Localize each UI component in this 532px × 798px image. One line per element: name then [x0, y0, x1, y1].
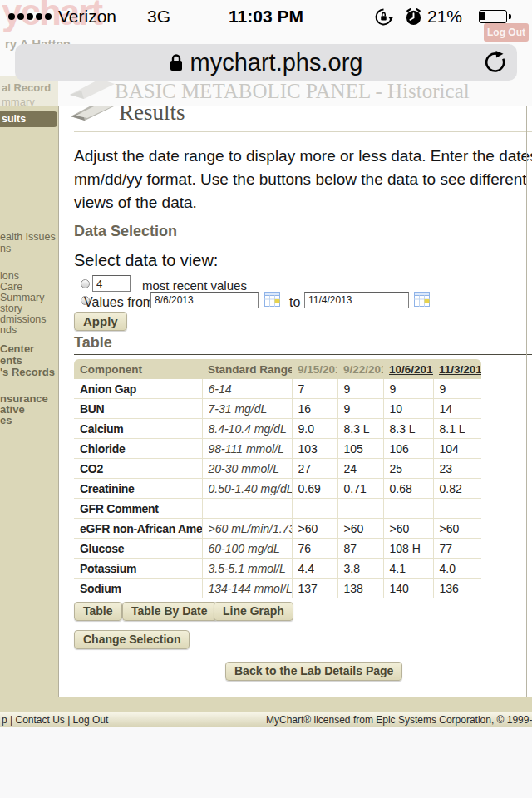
table-heading: Table [74, 334, 112, 352]
to-label: to [289, 295, 300, 310]
from-date-input[interactable] [150, 292, 259, 308]
cell-value: 14 [433, 399, 481, 419]
page-right-border [526, 106, 527, 697]
table-row: CO2 20-30 mmol/L 27 24 25 23 [74, 459, 481, 479]
recent-values-radio[interactable] [81, 279, 90, 288]
cell-component: Anion Gap [74, 379, 202, 399]
cell-value: 108 H [383, 539, 433, 559]
table-row: Potassium 3.5-5.1 mmol/L 4.4 3.8 4.1 4.0 [74, 559, 481, 579]
cell-value: 9 [383, 379, 433, 399]
col-date-1: 9/15/2013 [292, 359, 337, 379]
table-view-button[interactable]: Table [74, 602, 122, 621]
cell-value: 3.8 [337, 559, 383, 579]
cell-value: 7 [292, 379, 337, 399]
cell-value: 23 [433, 459, 481, 479]
site-footer: p | Contact Us | Log Out MyChart® licens… [0, 712, 532, 727]
cell-value: 9 [337, 399, 383, 419]
table-row: GFR Comment [74, 499, 481, 519]
sidebar-item-center[interactable]: Center [0, 342, 58, 355]
alarm-clock-icon [404, 7, 423, 27]
battery-percent-label: 21% [427, 7, 462, 27]
cell-value: 0.68 [383, 479, 433, 499]
sidebar-item-appointments[interactable]: ents [0, 354, 58, 367]
cell-value: 106 [383, 439, 433, 459]
table-row: Chloride 98-111 mmol/L 103 105 106 104 [74, 439, 481, 459]
sidebar-item-admissions[interactable]: dmissions [0, 313, 58, 325]
cell-range: 60-100 mg/dL [202, 539, 292, 559]
content-panel: Results Adjust the date range to display… [58, 106, 532, 697]
cell-value: 9 [337, 379, 383, 399]
sidebar-item-results[interactable]: sults [0, 111, 57, 127]
battery-icon [479, 10, 507, 23]
cell-value [383, 499, 433, 519]
change-selection-button[interactable]: Change Selection [74, 630, 190, 649]
cell-component: Glucose [74, 539, 202, 559]
cell-range: 3.5-5.1 mmol/L [202, 559, 292, 579]
footer-links[interactable]: p | Contact Us | Log Out [2, 714, 108, 726]
cell-value: 27 [292, 459, 337, 479]
divider [74, 354, 532, 355]
col-date-4-link[interactable]: 11/3/2013 [433, 359, 481, 379]
url-text: mychart.phs.org [190, 49, 363, 76]
sidebar-item-history[interactable]: story [0, 303, 58, 314]
cell-value: >60 [292, 519, 337, 539]
refresh-icon[interactable] [483, 51, 506, 74]
recent-values-label: most recent values [142, 278, 247, 293]
https-lock-icon [170, 53, 183, 71]
cell-value: 76 [292, 539, 337, 559]
table-row: Glucose 60-100 mg/dL 76 87 108 H 77 [74, 539, 481, 559]
cell-value [337, 499, 383, 519]
calendar-icon[interactable] [414, 292, 430, 307]
cell-component: Creatinine [74, 479, 202, 499]
sidebar-item-resources[interactable]: es [0, 414, 58, 426]
sidebar-nav: sults ealth Issues ns ions Care Summary … [0, 106, 58, 697]
table-by-date-button[interactable]: Table By Date [122, 602, 217, 621]
cell-value: 24 [337, 459, 383, 479]
table-row: Creatinine 0.50-1.40 mg/dL 0.69 0.71 0.6… [74, 479, 481, 499]
line-graph-button[interactable]: Line Graph [214, 602, 293, 621]
intro-text-line1: Adjust the date range to display more or… [74, 147, 532, 165]
sidebar-item-care[interactable]: Care [0, 281, 58, 293]
cell-value: 4.4 [292, 559, 337, 579]
divider [74, 131, 532, 132]
cell-value: 137 [292, 579, 337, 598]
cell-value: 16 [292, 399, 337, 419]
values-from-label: Values from [84, 295, 154, 310]
table-row: Calcium 8.4-10.4 mg/dL 9.0 8.3 L 8.3 L 8… [74, 419, 481, 439]
cell-range: 8.4-10.4 mg/dL [202, 419, 292, 439]
sidebar-item-medications[interactable]: ns [0, 243, 58, 254]
recent-count-input[interactable] [92, 275, 131, 292]
battery-tip [509, 14, 511, 19]
cell-value: 10 [383, 399, 433, 419]
cell-value: >60 [337, 519, 383, 539]
cell-range: 134-144 mmol/L [202, 579, 292, 598]
cell-value: >60 [433, 519, 481, 539]
sidebar-item-health-issues[interactable]: ealth Issues [0, 231, 58, 243]
url-bar[interactable]: mychart.phs.org [15, 44, 517, 81]
intro-text-line2: mm/dd/yy format. Use the buttons below t… [74, 170, 527, 189]
cell-component: CO2 [74, 459, 202, 479]
to-date-input[interactable] [304, 292, 409, 308]
cell-value: 8.3 L [337, 419, 383, 439]
apply-button[interactable]: Apply [74, 312, 127, 331]
cell-component: Calcium [74, 419, 202, 439]
cell-range [202, 499, 292, 519]
col-standard-range: Standard Range [202, 359, 292, 379]
cell-value: 103 [292, 439, 337, 459]
safari-bottom-toolbar [0, 727, 532, 798]
back-to-lab-details-button[interactable]: Back to the Lab Details Page [225, 662, 402, 681]
sidebar-item-trends[interactable]: nds [0, 324, 58, 336]
menu-fragment-ghost: mmary [2, 96, 35, 106]
cell-range: 98-111 mmol/L [202, 439, 292, 459]
table-row: Anion Gap 6-14 7 9 9 9 [74, 379, 481, 399]
col-date-3-link[interactable]: 10/6/2013 [383, 359, 433, 379]
cell-value: 77 [433, 539, 481, 559]
sidebar-item-records[interactable]: 's Records [0, 366, 58, 378]
calendar-icon[interactable] [264, 292, 280, 307]
rotation-lock-icon [374, 7, 393, 27]
sidebar-item-summary[interactable]: Summary [0, 292, 58, 303]
sidebar-item-immunizations[interactable]: ions [0, 270, 58, 282]
cell-component: GFR Comment [74, 499, 202, 519]
divider [74, 244, 532, 244]
cell-range: 7-31 mg/dL [202, 399, 292, 419]
